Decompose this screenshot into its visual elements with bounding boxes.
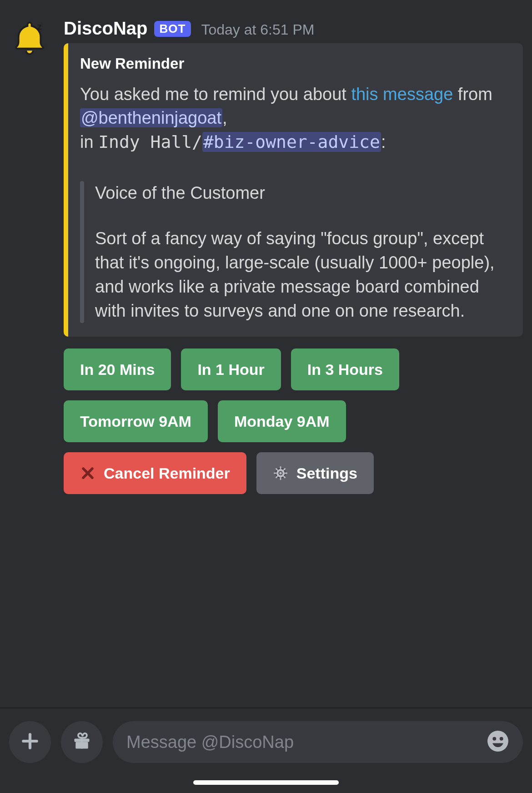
server-name: Indy Hall [98,132,192,152]
settings-button[interactable]: Settings [256,452,374,494]
snooze-20min-button[interactable]: In 20 Mins [64,349,171,390]
snooze-row-1: In 20 Mins In 1 Hour In 3 Hours [64,349,523,390]
channel-mention[interactable]: #biz-owner-advice [202,132,381,152]
bot-tag: BOT [154,21,191,37]
desc-text: / [192,132,202,152]
snooze-3hours-button[interactable]: In 3 Hours [291,349,399,390]
gear-icon [273,465,288,481]
svg-point-16 [487,731,508,752]
svg-rect-15 [81,738,83,749]
add-attachment-button[interactable] [9,721,51,763]
gift-button[interactable] [61,721,103,763]
desc-text: You asked me to remind you about [80,85,351,104]
svg-rect-7 [274,473,276,474]
message-timestamp: Today at 6:51 PM [201,21,314,38]
username[interactable]: DiscoNap [64,18,148,39]
message-header: DiscoNap BOT Today at 6:51 PM [64,18,523,39]
user-mention[interactable]: @bentheninjagoat [80,108,222,127]
emoji-picker-button[interactable] [487,730,509,754]
desc-text: , [222,108,227,127]
reminder-embed: New Reminder You asked me to remind you … [64,43,523,337]
svg-rect-6 [280,477,281,480]
bell-snooze-icon: z [11,19,48,58]
quote-text: Voice of the Customer Sort of a fancy wa… [95,181,507,323]
button-rows: In 20 Mins In 1 Hour In 3 Hours Tomorrow… [64,349,523,494]
embed-description: You asked me to remind you about this me… [80,82,507,323]
gift-icon [72,731,92,753]
bot-avatar[interactable]: z [9,18,50,59]
desc-text: : [381,132,386,152]
message-input-container [113,721,523,763]
cancel-reminder-button[interactable]: Cancel Reminder [64,452,246,494]
plus-icon [20,731,40,753]
quote-block: Voice of the Customer Sort of a fancy wa… [80,181,507,323]
message-row: z DiscoNap BOT Today at 6:51 PM New Remi… [9,18,523,504]
message-link[interactable]: this message [351,85,453,104]
svg-point-18 [500,737,503,741]
snooze-row-2: Tomorrow 9AM Monday 9AM [64,400,523,442]
desc-text: in [80,132,98,152]
svg-rect-5 [280,466,281,469]
emoji-icon [487,730,509,754]
quote-bar [80,181,84,323]
chat-area: z DiscoNap BOT Today at 6:51 PM New Remi… [0,0,532,504]
message-input[interactable] [126,732,477,752]
action-row: Cancel Reminder Settings [64,452,523,494]
svg-rect-8 [285,473,287,474]
home-indicator [193,780,339,785]
close-icon [80,465,95,481]
svg-point-4 [279,472,282,475]
quote-body: Sort of a fancy way of saying "focus gro… [95,227,507,323]
message-body: DiscoNap BOT Today at 6:51 PM New Remind… [64,18,523,504]
snooze-monday-button[interactable]: Monday 9AM [218,400,346,442]
svg-point-17 [492,737,496,741]
embed-title: New Reminder [80,55,507,72]
desc-text: from [453,85,492,104]
snooze-1hour-button[interactable]: In 1 Hour [181,349,281,390]
quote-heading: Voice of the Customer [95,181,507,205]
svg-text:z: z [37,21,42,31]
snooze-tomorrow-button[interactable]: Tomorrow 9AM [64,400,208,442]
